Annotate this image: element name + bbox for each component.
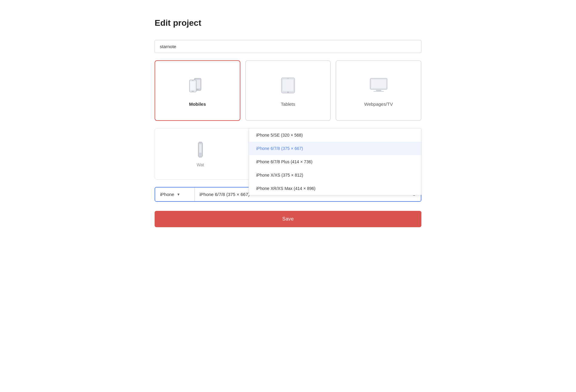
dropdown-item-3[interactable]: iPhone X/XS (375 × 812) [249, 168, 421, 182]
project-name-input[interactable] [155, 40, 421, 53]
dropdown-item-0[interactable]: iPhone 5/SE (320 × 568) [249, 128, 421, 142]
device-type-webpages[interactable]: Webpages/TV [336, 60, 421, 121]
svg-rect-6 [192, 80, 194, 81]
model-dropdown[interactable]: iPhone 5/SE (320 × 568) iPhone 6/7/8 (37… [249, 128, 421, 195]
svg-rect-16 [199, 144, 202, 153]
device-type-grid: Mobiles Tablets Webpages/TV [155, 60, 421, 121]
device-type-tablets[interactable]: Tablets [245, 60, 331, 121]
device-sub-section: Wat [155, 135, 246, 173]
category-select-arrow-icon: ▼ [177, 192, 180, 197]
svg-rect-12 [371, 79, 386, 88]
svg-rect-8 [283, 79, 293, 91]
svg-rect-18 [199, 157, 202, 158]
svg-rect-13 [376, 90, 381, 91]
dropdown-item-4[interactable]: iPhone XR/XS Max (414 × 896) [249, 182, 421, 195]
svg-point-9 [287, 91, 289, 93]
model-select-value: iPhone 6/7/8 (375 × 667) [199, 192, 250, 197]
page-title: Edit project [155, 18, 421, 28]
svg-rect-5 [192, 91, 194, 91]
device-options-wrapper: Wat iPhone 5/SE (320 × 568) iPhone 6/7/8… [155, 128, 421, 180]
mobiles-icon [187, 75, 208, 96]
svg-rect-4 [190, 81, 196, 90]
category-select-value: iPhone [160, 192, 174, 197]
sub-device-label: Wat [197, 162, 204, 167]
save-button[interactable]: Save [155, 211, 421, 227]
webpages-icon [368, 75, 389, 96]
category-select[interactable]: iPhone ▼ [155, 188, 195, 201]
watch-icon [193, 141, 208, 159]
svg-rect-2 [197, 89, 199, 90]
tablets-icon [277, 75, 299, 96]
svg-rect-17 [199, 142, 202, 143]
dropdown-item-1[interactable]: iPhone 6/7/8 (375 × 667) [249, 142, 421, 155]
dropdown-item-2[interactable]: iPhone 6/7/8 Plus (414 × 736) [249, 155, 421, 168]
tablets-label: Tablets [281, 101, 295, 107]
mobiles-label: Mobiles [189, 101, 206, 107]
svg-rect-10 [287, 78, 289, 78]
device-type-mobiles[interactable]: Mobiles [155, 60, 240, 121]
svg-rect-14 [373, 91, 384, 92]
webpages-label: Webpages/TV [364, 101, 393, 107]
